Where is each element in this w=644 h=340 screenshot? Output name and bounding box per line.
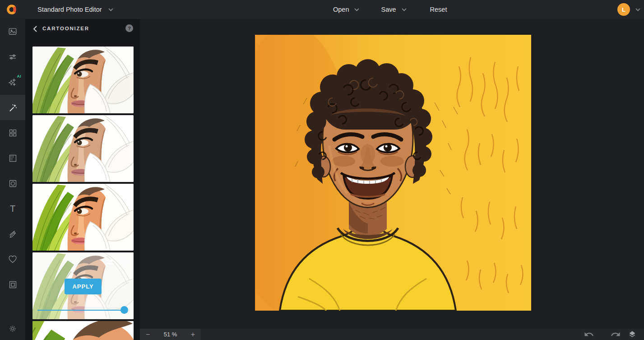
account-chevron-down-icon[interactable] <box>635 8 640 11</box>
brand-c-icon <box>6 4 18 15</box>
style-preview-art <box>32 321 134 340</box>
sidebar-item-draw[interactable] <box>0 221 25 247</box>
apps-grid-icon <box>8 128 18 138</box>
zoom-level: 51 % <box>164 331 177 338</box>
style-thumbnail-list: APPLY <box>32 47 134 340</box>
open-menu[interactable]: Open <box>333 6 359 13</box>
panel-title: CARTOONIZER <box>42 26 89 31</box>
tool-rail: AI T <box>0 19 25 340</box>
style-thumbnail-2[interactable] <box>32 115 134 182</box>
adjustments-icon <box>8 52 18 62</box>
style-preview-art <box>32 184 134 251</box>
chevron-down-icon <box>108 8 113 11</box>
style-strength-slider[interactable] <box>37 310 127 311</box>
heart-icon <box>8 254 18 264</box>
sidebar-item-image[interactable] <box>0 19 25 44</box>
style-thumbnail-4-selected[interactable]: APPLY <box>32 252 134 319</box>
help-glyph: ? <box>128 26 131 31</box>
overlay-icon <box>8 179 18 188</box>
sidebar-item-ai-effects[interactable]: AI <box>0 70 25 95</box>
ai-badge: AI <box>17 74 22 79</box>
zoom-out-button[interactable]: − <box>146 331 150 338</box>
sidebar-item-filters[interactable] <box>0 120 25 145</box>
topbar-menus: Open Save Reset <box>333 0 447 19</box>
style-thumbnail-1[interactable] <box>32 47 134 113</box>
frame-icon <box>8 280 18 289</box>
style-settings-icon[interactable] <box>106 258 115 266</box>
magic-wand-icon <box>8 102 18 113</box>
sidebar-item-overlays[interactable] <box>0 171 25 196</box>
ai-sparkles-icon <box>7 77 18 88</box>
help-icon[interactable]: ? <box>125 24 133 32</box>
zoom-controls: − 51 % + <box>140 329 201 340</box>
editor-title: Standard Photo Editor <box>37 6 102 13</box>
app-logo[interactable] <box>6 4 18 15</box>
image-icon <box>8 27 18 37</box>
back-chevron-icon[interactable] <box>32 25 40 33</box>
sidebar-item-adjust[interactable] <box>0 44 25 70</box>
style-strength-handle[interactable] <box>120 306 128 314</box>
sidebar-item-frames[interactable] <box>0 272 25 297</box>
zoom-in-button[interactable]: + <box>191 331 195 338</box>
style-thumbnail-3[interactable] <box>32 184 134 251</box>
settings-gear-icon <box>8 324 17 333</box>
style-thumbnail-5[interactable] <box>32 321 134 340</box>
cartoonizer-panel: CARTOONIZER ? APPLY <box>25 19 140 340</box>
open-label: Open <box>333 6 349 13</box>
canvas-image-cartoon-boy[interactable] <box>255 35 531 311</box>
favorite-heart-icon[interactable] <box>119 257 128 266</box>
draw-pencil-icon <box>8 229 18 239</box>
redo-icon[interactable] <box>610 330 621 339</box>
layers-icon[interactable] <box>627 330 638 339</box>
undo-icon[interactable] <box>584 330 594 339</box>
avatar-initial: L <box>622 6 625 13</box>
editor-mode-switcher[interactable]: Standard Photo Editor <box>37 0 113 19</box>
sidebar-item-effects-active[interactable] <box>0 95 25 120</box>
reset-button[interactable]: Reset <box>430 6 447 13</box>
save-label: Save <box>381 6 396 13</box>
user-avatar[interactable]: L <box>617 3 630 16</box>
sidebar-item-favorites[interactable] <box>0 247 25 272</box>
canvas-area[interactable] <box>140 19 644 329</box>
text-icon: T <box>10 204 15 214</box>
sidebar-item-text[interactable]: T <box>0 196 25 221</box>
chevron-down-icon <box>402 8 407 11</box>
texture-icon <box>8 154 18 163</box>
topbar: Standard Photo Editor Open Save Reset L <box>0 0 644 19</box>
sidebar-item-textures[interactable] <box>0 145 25 171</box>
style-preview-art <box>32 47 134 113</box>
apply-button[interactable]: APPLY <box>65 279 102 294</box>
style-preview-art <box>32 115 134 182</box>
save-menu[interactable]: Save <box>381 6 406 13</box>
sidebar-item-settings[interactable] <box>0 319 25 338</box>
chevron-down-icon <box>354 8 359 11</box>
panel-header: CARTOONIZER ? <box>25 19 140 39</box>
bottom-bar: − 51 % + <box>140 329 644 340</box>
reset-label: Reset <box>430 6 447 13</box>
